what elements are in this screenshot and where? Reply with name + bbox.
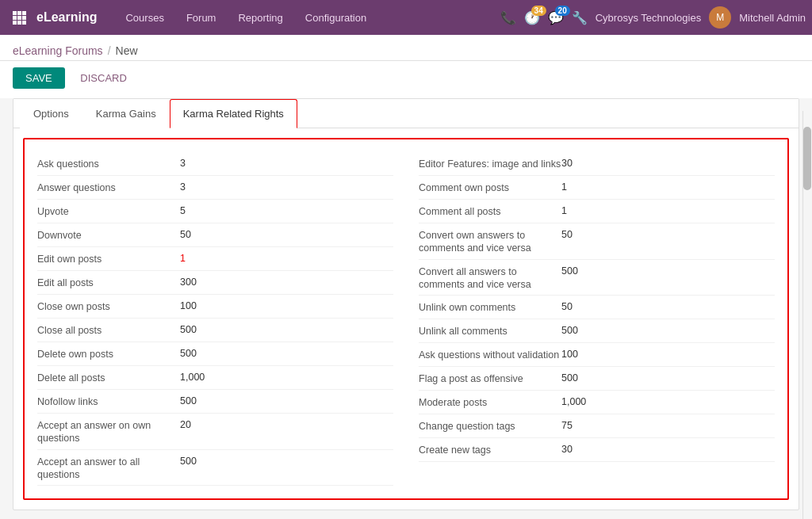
phone-icon[interactable]: 📞 (500, 10, 516, 25)
field-label: Delete all posts (37, 370, 180, 384)
field-value[interactable]: 50 (561, 300, 775, 312)
left-field-row: Upvote5 (37, 200, 393, 223)
field-value[interactable]: 3 (180, 180, 393, 193)
field-value[interactable]: 500 (180, 454, 393, 467)
left-field-row: Close own posts100 (37, 295, 393, 319)
svg-rect-8 (22, 21, 26, 25)
grid-icon[interactable] (6, 5, 32, 30)
discard-button[interactable]: DISCARD (71, 67, 136, 89)
field-label: Moderate posts (419, 395, 561, 409)
field-value[interactable]: 1 (561, 180, 775, 193)
field-value[interactable]: 5 (180, 204, 393, 216)
left-field-row: Answer questions3 (37, 176, 393, 200)
message-badge-wrap[interactable]: 💬 20 (548, 10, 564, 25)
field-value[interactable]: 3 (180, 156, 393, 169)
right-field-row: Unlink all comments500 (419, 319, 775, 343)
svg-rect-0 (13, 11, 17, 15)
right-field-row: Comment own posts1 (419, 176, 775, 200)
breadcrumb: eLearning Forums / New (13, 44, 799, 57)
field-value[interactable]: 500 (561, 264, 775, 277)
field-value[interactable]: 1,000 (561, 395, 775, 407)
field-label: Ask questions (37, 156, 180, 170)
field-value[interactable]: 500 (180, 322, 393, 335)
tab-karma-related-rights[interactable]: Karma Related Rights (170, 99, 297, 128)
right-field-row: Convert own answers to comments and vice… (419, 223, 775, 260)
field-value[interactable]: 50 (180, 227, 393, 240)
field-label: Accept an answer on own questions (37, 418, 180, 445)
field-label: Unlink own comments (419, 300, 561, 314)
field-value[interactable]: 75 (561, 418, 775, 431)
left-field-row: Delete own posts500 (37, 342, 393, 366)
right-field-row: Convert all answers to comments and vice… (419, 260, 775, 296)
activity-badge-wrap[interactable]: 🕐 34 (524, 10, 540, 25)
field-label: Delete own posts (37, 346, 180, 361)
field-value[interactable]: 500 (180, 394, 393, 406)
svg-rect-3 (13, 16, 17, 20)
field-label: Create new tags (419, 442, 561, 456)
field-label: Close all posts (37, 322, 180, 337)
breadcrumb-link[interactable]: eLearning Forums (13, 44, 103, 57)
right-field-row: Unlink own comments50 (419, 296, 775, 319)
field-value[interactable]: 500 (561, 371, 775, 384)
scrollbar-thumb[interactable] (803, 127, 811, 190)
left-field-row: Accept an answer to all questions500 (37, 450, 393, 487)
avatar-initial: M (716, 12, 724, 23)
tools-icon[interactable]: 🔧 (572, 10, 588, 25)
left-field-row: Downvote50 (37, 223, 393, 247)
menu-courses[interactable]: Courses (116, 7, 173, 29)
field-label: Comment own posts (419, 180, 561, 194)
right-field-row: Moderate posts1,000 (419, 391, 775, 414)
svg-rect-1 (17, 11, 21, 15)
tabs: Options Karma Gains Karma Related Rights (13, 99, 799, 128)
username[interactable]: Mitchell Admin (739, 12, 806, 24)
field-value[interactable]: 1 (180, 251, 393, 264)
field-label: Edit all posts (37, 275, 180, 289)
field-value[interactable]: 1,000 (180, 370, 393, 383)
right-field-row: Editor Features: image and links30 (419, 152, 775, 176)
menu-forum[interactable]: Forum (177, 7, 226, 29)
save-button[interactable]: SAVE (13, 67, 65, 89)
field-value[interactable]: 500 (561, 323, 775, 336)
field-value[interactable]: 30 (561, 442, 775, 455)
field-value[interactable]: 300 (180, 275, 393, 288)
field-value[interactable]: 1 (561, 204, 775, 216)
left-field-row: Close all posts500 (37, 319, 393, 342)
brand-name: eLearning (36, 10, 97, 25)
company-name[interactable]: Cybrosys Technologies (596, 12, 701, 24)
right-field-row: Change question tags75 (419, 414, 775, 438)
menu-reporting[interactable]: Reporting (228, 7, 292, 29)
field-label: Downvote (37, 227, 180, 242)
activity-count: 34 (531, 6, 546, 16)
main-content: Options Karma Gains Karma Related Rights… (13, 98, 799, 510)
field-value[interactable]: 100 (561, 347, 775, 360)
scrollbar-track[interactable] (802, 111, 812, 519)
left-field-row: Accept an answer on own questions20 (37, 414, 393, 450)
field-label: Change question tags (419, 418, 561, 433)
tab-options[interactable]: Options (20, 99, 82, 128)
field-label: Edit own posts (37, 251, 180, 265)
field-label: Upvote (37, 204, 180, 218)
field-value[interactable]: 500 (180, 346, 393, 359)
svg-rect-7 (17, 21, 21, 25)
svg-rect-6 (13, 21, 17, 25)
svg-rect-4 (17, 16, 21, 20)
topnav-right: 📞 🕐 34 💬 20 🔧 Cybrosys Technologies M Mi… (500, 6, 806, 29)
menu-configuration[interactable]: Configuration (296, 7, 376, 29)
field-label: Nofollow links (37, 394, 180, 408)
right-field-row: Flag a post as offensive500 (419, 367, 775, 391)
tab-karma-gains[interactable]: Karma Gains (82, 99, 170, 128)
field-label: Accept an answer to all questions (37, 454, 180, 482)
field-value[interactable]: 50 (561, 227, 775, 240)
field-value[interactable]: 30 (561, 156, 775, 169)
field-value[interactable]: 20 (180, 418, 393, 430)
field-value[interactable]: 100 (180, 299, 393, 311)
left-field-row: Edit own posts1 (37, 247, 393, 271)
avatar[interactable]: M (709, 6, 731, 29)
svg-rect-2 (22, 11, 26, 15)
field-label: Editor Features: image and links (419, 156, 561, 170)
right-field-row: Create new tags30 (419, 438, 775, 462)
left-field-row: Edit all posts300 (37, 271, 393, 295)
topnav: eLearning Courses Forum Reporting Config… (0, 0, 812, 35)
right-field-row: Ask questions without validation100 (419, 343, 775, 367)
field-label: Close own posts (37, 299, 180, 313)
